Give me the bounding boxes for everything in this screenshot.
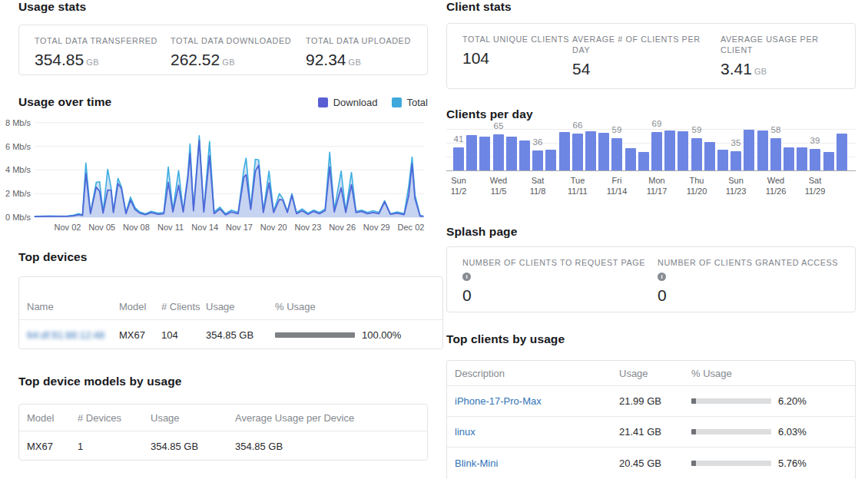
info-icon[interactable]: i [658,273,666,281]
bar [638,152,649,170]
tick-dow: Wed [481,176,516,187]
tick-date: 11/5 [481,187,516,197]
clients-per-day-chart: 41653666596959355839Sun11/2Wed11/5Sat11/… [446,126,856,193]
stat-unit: GB [754,67,767,76]
client-link[interactable]: linux [455,426,475,438]
bar [559,132,570,170]
bar-value-label: 39 [802,136,828,145]
client-link[interactable]: iPhone-17-Pro-Max [455,395,542,407]
table-header-row: Model# DevicesUsageAverage Usage per Dev… [19,405,427,431]
client-description-cell: linux [455,426,619,438]
pct-bar [275,332,355,338]
pct-usage-cell: 6.20% [691,395,807,407]
stat-label: TOTAL UNIQUE CLIENTS [462,34,572,45]
tick-dow: Thu [679,176,714,187]
bar [506,137,517,170]
legend-color-swatch [318,97,328,107]
column-header: Description [455,368,619,379]
x-axis-tick: Nov 02 [55,223,81,232]
pct-bar [691,429,771,434]
stat-label: AVERAGE USAGE PER CLIENT [721,34,851,55]
tick-date: 11/20 [679,187,714,197]
tick-date: 11/23 [718,187,754,197]
table-row: Blink-Mini20.45 GB5.76% [447,448,855,478]
tick-date: 11/2 [441,187,476,197]
bar-x-tick: Sat11/8 [520,176,555,197]
table-row: 64:df:91:88:12:48MX67104354.85 GB100.00% [19,320,442,349]
column-header: Usage [206,301,275,312]
bar-x-tick: Sun11/2 [441,176,476,197]
y-axis-tick: 6 Mb/s [5,142,31,151]
pct-usage-cell: 100.00% [275,329,401,341]
stat-item: TOTAL DATA DOWNLOADED262.52GB [171,35,306,72]
x-axis-tick: Nov 14 [191,223,218,232]
usage-stats-items: TOTAL DATA TRANSFERRED354.85GBTOTAL DATA… [35,35,427,72]
bar-value-label: 59 [684,125,710,134]
legend-label: Download [333,97,378,108]
client-stats-items: TOTAL UNIQUE CLIENTS104AVERAGE # OF CLIE… [462,34,855,81]
bar-value-label: 58 [763,125,789,134]
pct-usage-cell: 6.03% [691,426,807,438]
bar-value-label: 66 [565,121,591,130]
tick-date: 11/29 [797,187,833,197]
bar [823,152,834,170]
usage-stats-card: TOTAL DATA TRANSFERRED354.85GBTOTAL DATA… [18,25,428,75]
legend-item-download[interactable]: Download [318,97,378,108]
stat-label: TOTAL DATA UPLOADED [306,35,411,46]
bar [651,132,662,170]
tick-date: 11/26 [758,187,793,197]
tick-dow: Tue [560,176,595,187]
bar [704,142,715,170]
client-usage-cell: 21.99 GB [619,395,691,407]
bar-value-label: 65 [485,121,512,130]
x-axis-tick: Nov 20 [260,223,287,232]
pct-text: 5.76% [778,458,807,469]
bar [585,131,596,170]
bar-x-tick: Wed11/5 [481,176,516,197]
bar [598,133,609,170]
column-header: # Devices [78,412,151,424]
top-clients-title: Top clients by usage [446,332,565,346]
bar-value-label: 69 [644,119,670,128]
pct-bar-fill [691,461,696,466]
tick-date: 11/17 [639,187,674,197]
pct-text: 6.03% [778,426,807,438]
tick-dow: Wed [758,176,793,187]
bar [545,150,556,170]
splash-page-title: Splash page [446,225,517,239]
tick-dow: Sun [441,176,476,187]
stat-unit: GB [222,58,235,67]
column-header: # Clients [161,301,206,312]
x-axis-tick: Nov 11 [157,223,184,232]
bar [466,135,477,170]
bar [797,147,807,170]
bar [625,148,636,170]
column-header: Model [27,412,78,424]
bar-x-tick: Sun11/23 [718,176,754,197]
bar-x-tick: Tue11/11 [560,176,595,197]
bar [453,147,464,170]
client-usage-cell: 20.45 GB [619,458,691,469]
bar [611,138,622,170]
x-axis-tick: Nov 05 [88,223,115,232]
stat-label: AVERAGE # OF CLIENTS PER DAY [572,34,703,55]
tick-date: 11/14 [599,187,634,197]
top-devices-table: NameModel# ClientsUsage% Usage64:df:91:8… [18,276,443,349]
right-column: Client stats TOTAL UNIQUE CLIENTS104AVER… [446,0,856,479]
bar-x-tick: Wed11/26 [758,176,793,197]
stat-label: TOTAL DATA TRANSFERRED [35,35,171,46]
stat-label: NUMBER OF CLIENTS TO REQUEST PAGE [462,257,658,268]
device-name-cell: 64:df:91:88:12:48 [27,329,119,341]
column-header: % Usage [691,368,737,379]
device-name-link-redacted[interactable]: 64:df:91:88:12:48 [27,329,104,341]
y-axis-tick: 2 Mb/s [5,189,31,198]
legend-item-total[interactable]: Total [392,97,428,108]
bar [479,137,490,170]
stat-value: 0 [462,286,658,306]
client-link[interactable]: Blink-Mini [455,458,498,469]
column-header: % Usage [275,301,320,312]
bar [493,134,504,170]
tick-dow: Fri [599,176,634,187]
info-icon[interactable]: i [462,273,471,281]
stat-item: AVERAGE # OF CLIENTS PER DAY54 [572,34,721,81]
